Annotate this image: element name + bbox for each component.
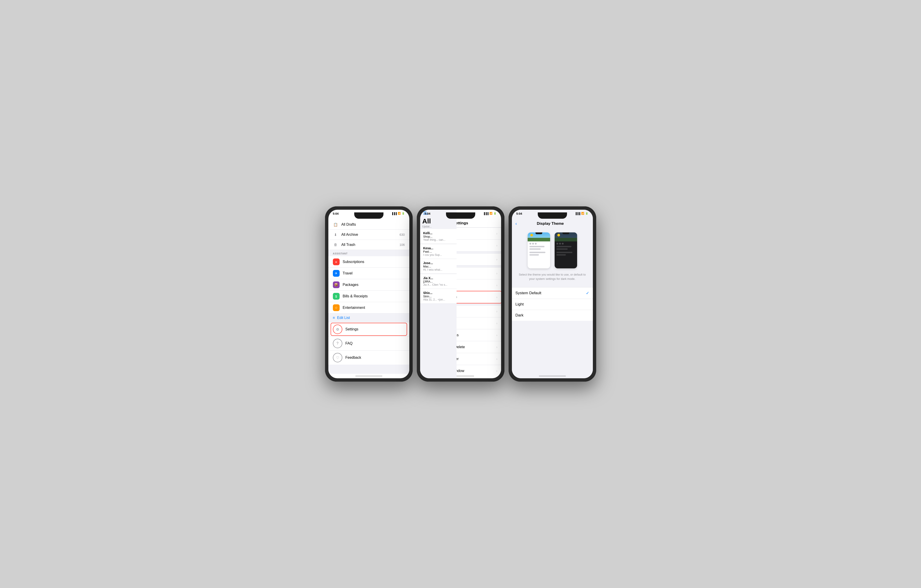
home-bar-3 [539, 375, 566, 377]
all-trash-count: 106 [399, 243, 405, 247]
faq-label: FAQ [345, 341, 353, 346]
page-title: Display Theme [517, 221, 584, 226]
swipe-chevron: › [496, 322, 498, 325]
bills-label: Bills & Receipts [343, 294, 368, 298]
battery-icon-3: 🔋 [585, 212, 588, 215]
wifi-icon: 📶 [398, 212, 401, 215]
settings-circle: ⚙ [333, 325, 342, 334]
settings-gear-icon: ⚙ [336, 327, 339, 331]
battery-icon: 🔋 [402, 212, 405, 215]
signature-chevron: › [496, 310, 498, 313]
dark-header-preview [555, 232, 577, 241]
peek-email-2[interactable]: Kesa... Fwd:... I cou you Sup... [420, 244, 457, 259]
home-indicator-3 [512, 374, 593, 378]
trash-icon: 🗑 [333, 242, 338, 247]
sidebar-item-subscriptions[interactable]: ≡ Subscriptions [329, 256, 409, 268]
packages-icon: 📦 [333, 281, 340, 288]
feedback-icon: ♡ [333, 353, 342, 362]
add-account-chevron: › [496, 258, 498, 261]
theme-options-list: System Default ✓ Light Dark [512, 287, 593, 321]
dark-option[interactable]: Dark [512, 310, 593, 321]
notch-3 [538, 213, 567, 219]
faq-item[interactable]: ? FAQ [329, 336, 409, 351]
sidebar-item-all-trash[interactable]: 🗑 All Trash 106 [329, 240, 409, 250]
checkmark-icon: ✓ [586, 291, 589, 296]
sidebar-peek: All Updat... Kelli... Shop... Yeah thing… [420, 219, 457, 374]
settings-item[interactable]: ⚙ Settings [329, 322, 409, 336]
phone-3: 5:04 ▐▐▐ 📶 🔋 ‹ Display Theme [509, 206, 596, 382]
subscriptions-icon: ≡ [333, 258, 340, 265]
feedback-item[interactable]: ♡ Feedback [329, 351, 409, 365]
all-drafts-label: All Drafts [342, 223, 405, 227]
edit-list-label: Edit List [337, 316, 350, 320]
dark-theme-preview[interactable] [555, 232, 577, 268]
light-header-preview [528, 232, 550, 241]
all-trash-label: All Trash [342, 243, 397, 247]
light-body-preview [528, 241, 550, 268]
home-indicator-1 [329, 374, 409, 378]
home-bar-1 [355, 375, 382, 377]
browser-chevron: › [496, 357, 498, 361]
sidebar-item-packages[interactable]: 📦 Packages [329, 279, 409, 291]
undo-chevron: › [496, 369, 498, 373]
signal-icon-2: ▐▐▐ [483, 212, 488, 215]
travel-icon: ✈ [333, 270, 340, 277]
sidebar-item-all-archive[interactable]: ⬇ All Archive 630 [329, 230, 409, 240]
theme-preview-area [512, 228, 593, 271]
display-theme-nav: ‹ Display Theme [512, 219, 593, 228]
notifications-chevron: › [496, 271, 498, 275]
battery-icon-2: 🔋 [493, 212, 496, 215]
peek-subtitle: Updat... [422, 225, 454, 228]
all-archive-count: 630 [399, 233, 405, 236]
back-chevron-icon: ‹ [516, 221, 517, 226]
phone-1: 5:04 ▐▐▐ 📶 🔋 📋 All Drafts ⬇ [325, 206, 413, 382]
after-archive-chevron: › [496, 345, 498, 349]
sidebar-item-travel[interactable]: ✈ Travel [329, 268, 409, 279]
edit-list-row[interactable]: ≡ Edit List [329, 313, 409, 322]
faq-icon: ? [333, 339, 342, 348]
wifi-icon-3: 📶 [581, 212, 584, 215]
light-option[interactable]: Light [512, 299, 593, 310]
light-theme-preview[interactable] [528, 232, 550, 268]
peek-email-5[interactable]: Shix... Strin... Atta 31, 2... <jon... [420, 289, 457, 304]
status-icons-2: ▐▐▐ 📶 🔋 [483, 212, 496, 215]
sidebar-item-all-drafts[interactable]: 📋 All Drafts [329, 219, 409, 230]
all-archive-label: All Archive [342, 232, 397, 237]
system-default-option[interactable]: System Default ✓ [512, 288, 593, 299]
feedback-label: Feedback [345, 356, 361, 360]
google-chevron: › [496, 244, 498, 247]
edit-list-icon: ≡ [333, 316, 335, 320]
peek-email-4[interactable]: Jia X... [JIRA... Jia X... Clien "no s..… [420, 274, 457, 289]
icloud-chevron: › [496, 232, 498, 236]
peek-email-3[interactable]: Jose... Mac... Hi, I wou what... [420, 259, 457, 274]
badge-chevron: › [496, 283, 498, 287]
status-time-1: 5:04 [333, 212, 339, 215]
status-time-2: 5:04 [425, 212, 430, 215]
packages-label: Packages [343, 283, 358, 287]
dark-body-preview [555, 241, 577, 268]
back-button[interactable]: ‹ [516, 221, 517, 226]
wifi-icon-2: 📶 [490, 212, 493, 215]
subscriptions-label: Subscriptions [343, 260, 364, 264]
entertainment-label: Entertainment [343, 306, 365, 310]
snooze-chevron: › [496, 333, 498, 337]
travel-label: Travel [343, 271, 353, 275]
settings-label: Settings [345, 327, 358, 331]
system-default-label: System Default [516, 291, 586, 296]
dark-label: Dark [516, 313, 589, 318]
peek-title: All [422, 219, 454, 225]
sidebar-item-entertainment[interactable]: ☆ Entertainment [329, 302, 409, 313]
display-theme-chevron: › [496, 296, 498, 299]
assistant-section-header: ASSISTANT [329, 250, 409, 256]
entertainment-icon: ☆ [333, 304, 340, 311]
peek-title-area: All Updat... [420, 219, 457, 229]
status-icons-1: ▐▐▐ 📶 🔋 [391, 212, 405, 215]
theme-description-text: Select the theme you would like to use, … [519, 273, 586, 281]
theme-description: Select the theme you would like to use, … [512, 271, 593, 284]
sidebar-item-bills[interactable]: $ Bills & Receipts [329, 291, 409, 302]
notch-2 [446, 213, 475, 219]
drafts-icon: 📋 [333, 222, 338, 227]
light-label: Light [516, 302, 589, 307]
peek-email-1[interactable]: Kelli... Shop... Yeah thing... can... [420, 229, 457, 244]
signal-icon: ▐▐▐ [391, 212, 397, 215]
